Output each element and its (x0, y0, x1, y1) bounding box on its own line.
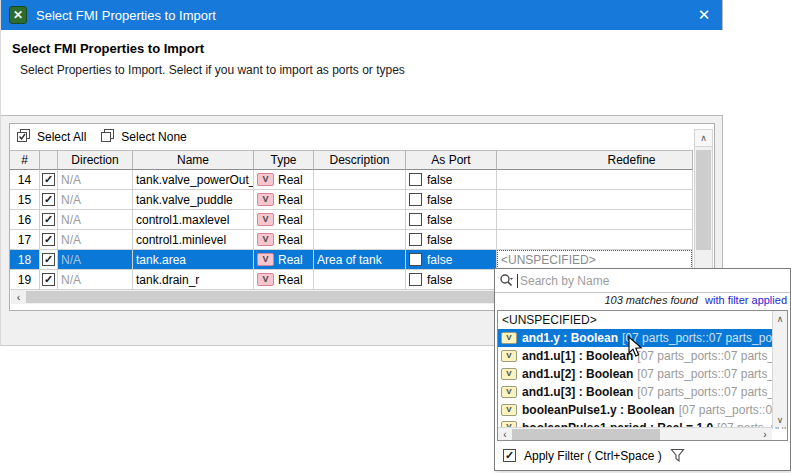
as-port-value: false (427, 273, 452, 287)
vertical-scroll-thumb[interactable] (696, 150, 711, 250)
row-select-checkbox[interactable]: ✓ (42, 193, 55, 206)
scroll-left-icon[interactable]: ‹ (11, 290, 26, 304)
scroll-right-icon[interactable]: › (758, 429, 772, 440)
row-select-checkbox[interactable]: ✓ (42, 173, 55, 186)
row-select-checkbox[interactable]: ✓ (42, 273, 55, 286)
item-name: and1.u[1] : Boolean (522, 349, 633, 363)
row-num: 14 (10, 170, 40, 190)
row-select-checkbox[interactable]: ✓ (42, 233, 55, 246)
filter-applied-link[interactable]: with filter applied (705, 294, 787, 306)
as-port-checkbox[interactable] (409, 213, 422, 226)
list-horizontal-scrollbar[interactable]: ‹ › (498, 427, 772, 440)
select-none-button[interactable]: Select None (101, 129, 186, 144)
type-value: Real (278, 253, 303, 267)
table-row-18-selected[interactable]: 18 ✓ N/A tank.area VReal Area of tank fa… (10, 250, 693, 270)
filter-funnel-icon[interactable] (670, 448, 685, 463)
search-field[interactable]: Search by Name (495, 269, 790, 293)
property-name: tank.drain_r (133, 270, 254, 290)
list-item[interactable]: V and1.u[3] : Boolean [07 parts_ports::0… (498, 383, 787, 401)
scroll-down-icon[interactable]: ∨ (773, 412, 787, 427)
type-value: Real (278, 193, 303, 207)
as-port-value: false (427, 233, 452, 247)
select-none-label: Select None (121, 130, 186, 144)
value-property-icon: V (257, 213, 274, 226)
col-header-redefine[interactable]: Redefine (497, 150, 693, 170)
property-name: tank.valve_powerOut_f (133, 170, 254, 190)
item-name: booleanPulse1.y : Boolean (522, 403, 675, 417)
col-header-as-port[interactable]: As Port (406, 150, 497, 170)
description-value (314, 210, 406, 230)
row-num: 16 (10, 210, 40, 230)
row-num: 19 (10, 270, 40, 290)
col-header-checkbox[interactable] (40, 150, 58, 170)
redefine-cell[interactable] (497, 190, 693, 210)
value-property-icon: V (501, 332, 517, 344)
description-value (314, 170, 406, 190)
as-port-checkbox[interactable] (409, 193, 422, 206)
row-select-checkbox[interactable]: ✓ (42, 213, 55, 226)
value-property-icon: V (257, 193, 274, 206)
table-row-15[interactable]: 15 ✓ N/A tank.valve_puddle VReal false (10, 190, 693, 210)
scroll-up-icon[interactable]: ∧ (695, 130, 712, 147)
matches-count: 103 matches found (604, 294, 698, 306)
list-item[interactable]: V and1.u[2] : Boolean [07 parts_ports::0… (498, 365, 787, 383)
value-property-icon: V (257, 173, 274, 186)
select-all-button[interactable]: Select All (17, 129, 86, 144)
table-row-14[interactable]: 14 ✓ N/A tank.valve_powerOut_f VReal fal… (10, 170, 693, 190)
redefine-cell[interactable] (497, 170, 693, 190)
direction-value: N/A (61, 213, 81, 227)
item-name: and1.u[2] : Boolean (522, 367, 633, 381)
property-name: control1.minlevel (133, 230, 254, 250)
as-port-checkbox[interactable] (409, 173, 422, 186)
value-property-icon: V (257, 253, 274, 266)
redefine-edit-cell[interactable]: <UNSPECIFIED> (497, 250, 692, 269)
dialog-titlebar[interactable]: ✕ Select FMI Properties to Import ✕ (1, 0, 722, 30)
value-chooser-popup: Search by Name 103 matches found with fi… (494, 268, 791, 471)
redefine-cell[interactable] (497, 210, 693, 230)
mouse-cursor (628, 336, 644, 358)
check-icon: ✓ (44, 254, 53, 265)
description-value (314, 190, 406, 210)
col-header-direction[interactable]: Direction (58, 150, 133, 170)
list-item-unspecified[interactable]: <UNSPECIFIED> (498, 311, 787, 329)
text-caret (517, 274, 518, 288)
check-icon: ✓ (505, 450, 514, 461)
scroll-left-icon[interactable]: ‹ (498, 429, 512, 440)
direction-value: N/A (61, 273, 81, 287)
list-vertical-scrollbar[interactable]: ∧ ∨ (772, 311, 787, 427)
direction-value: N/A (61, 233, 81, 247)
item-path: [07 parts_ports::07 part (679, 403, 787, 417)
col-header-name[interactable]: Name (133, 150, 254, 170)
list-item[interactable]: V booleanPulse1.y : Boolean [07 parts_po… (498, 401, 787, 419)
close-button[interactable]: ✕ (686, 0, 722, 30)
as-port-value: false (427, 213, 452, 227)
col-header-description[interactable]: Description (314, 150, 406, 170)
check-icon: ✓ (44, 214, 53, 225)
table-row-17[interactable]: 17 ✓ N/A control1.minlevel VReal false (10, 230, 693, 250)
as-port-checkbox[interactable] (409, 253, 422, 266)
as-port-checkbox[interactable] (409, 273, 422, 286)
select-all-label: Select All (37, 130, 86, 144)
direction-value: N/A (61, 173, 81, 187)
apply-filter-row: ✓ Apply Filter ( Ctrl+Space ) (503, 448, 685, 463)
horizontal-scroll-thumb[interactable] (512, 429, 660, 440)
row-num: 18 (10, 250, 40, 270)
value-property-icon: V (501, 350, 517, 362)
table-header-row: # Direction Name Type Description As Por… (10, 150, 693, 170)
redefine-cell[interactable] (497, 230, 693, 250)
col-header-type[interactable]: Type (254, 150, 314, 170)
table-row-16[interactable]: 16 ✓ N/A control1.maxlevel VReal false (10, 210, 693, 230)
matches-status: 103 matches found with filter applied (495, 294, 787, 308)
row-select-checkbox[interactable]: ✓ (42, 253, 55, 266)
page-title: Select FMI Properties to Import (12, 41, 204, 56)
apply-filter-checkbox[interactable]: ✓ (503, 449, 516, 462)
col-header-num[interactable]: # (10, 150, 40, 170)
as-port-checkbox[interactable] (409, 233, 422, 246)
select-none-icon (101, 129, 116, 144)
scroll-up-icon[interactable]: ∧ (773, 311, 787, 326)
table-vertical-scrollbar[interactable]: ∧ (694, 129, 713, 290)
item-name: and1.y : Boolean (522, 331, 618, 345)
screenshot-canvas: ✕ Select FMI Properties to Import ✕ Sele… (0, 0, 791, 473)
table-toolbar: Select All Select None (10, 124, 187, 149)
property-name: control1.maxlevel (133, 210, 254, 230)
